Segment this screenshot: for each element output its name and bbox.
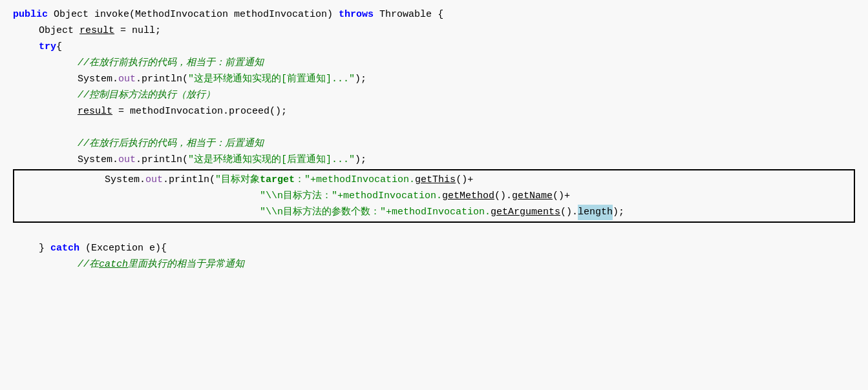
code-line-13: } catch (Exception e){ [0, 240, 868, 256]
text-dot1: (). [494, 189, 512, 204]
keyword-try: try [39, 39, 56, 55]
text-object-invoke: Object invoke(MethodInvocation methodInv… [48, 7, 339, 23]
text-println2: .println( [136, 152, 188, 168]
text-semicolon1: ); [355, 72, 366, 87]
boxed-code-section: System. out .println( "目标对象 target ："+me… [13, 169, 855, 223]
text-close-brace: } [39, 241, 50, 256]
comment-after: //在放行后执行的代码，相当于：后置通知 [78, 136, 264, 152]
code-line-empty2 [0, 224, 868, 240]
text-result2: result [78, 104, 112, 119]
string-args-label: "\\n目标方法的参数个数："+methodInvocation. [260, 205, 491, 220]
keyword-public: public [13, 7, 48, 23]
string-target-label: "目标对象 [215, 172, 260, 188]
text-getthis-end: ()+ [456, 172, 473, 188]
text-getname-end: ()+ [553, 189, 570, 204]
code-line-empty1 [0, 119, 868, 136]
code-line-14: //在 catch 里面执行的相当于异常通知 [0, 256, 868, 272]
method-getname: getName [512, 189, 553, 204]
text-out3: out [145, 172, 163, 188]
text-result: result [79, 23, 114, 39]
code-line-3: try { [0, 39, 868, 55]
text-println3: .println( [163, 172, 215, 188]
boxed-line-3: "\\n目标方法的参数个数："+methodInvocation. getArg… [14, 204, 854, 220]
code-line-5: System. out .println( "这是环绕通知实现的[前置通知]..… [0, 71, 868, 87]
code-line-10: System. out .println( "这是环绕通知实现的[后置通知]..… [0, 152, 868, 168]
text-length-highlighted: length [578, 205, 613, 220]
text-system3: System. [105, 172, 145, 188]
text-null: = null; [114, 23, 161, 39]
text-brace-open: { [56, 39, 62, 55]
text-system2: System. [78, 152, 118, 168]
text-system: System. [78, 72, 118, 87]
text-catch-param: (Exception e){ [79, 241, 167, 256]
text-object: Object [39, 23, 79, 39]
comment-catch-post: 里面执行的相当于异常通知 [128, 257, 244, 272]
string-after-notice: "这是环绕通知实现的[后置通知]..." [188, 152, 355, 168]
boxed-line-1: System. out .println( "目标对象 target ："+me… [14, 172, 854, 188]
code-line-6: //控制目标方法的执行（放行） [0, 87, 868, 103]
text-out2: out [118, 152, 136, 168]
comment-before: //在放行前执行的代码，相当于：前置通知 [78, 56, 264, 71]
code-line-7: result = methodInvocation.proceed(); [0, 103, 868, 119]
text-println: .println( [136, 72, 188, 87]
method-getmethod: getMethod [442, 189, 494, 204]
text-proceed: = methodInvocation.proceed(); [112, 104, 287, 119]
string-method-label: "\\n目标方法："+methodInvocation. [260, 189, 442, 204]
text-final-semicolon: ); [613, 205, 624, 220]
text-throwable: Throwable { [374, 7, 443, 23]
text-out: out [118, 72, 136, 87]
string-target-word: target [260, 172, 295, 188]
comment-control: //控制目标方法的执行（放行） [78, 88, 215, 103]
text-semicolon2: ); [355, 152, 366, 168]
code-line-1: public Object invoke(MethodInvocation me… [0, 6, 868, 23]
code-line-2: Object result = null; [0, 23, 868, 39]
string-before-notice: "这是环绕通知实现的[前置通知]..." [188, 72, 355, 87]
method-getthis: getThis [415, 172, 456, 188]
comment-catch-word: catch [99, 257, 128, 272]
keyword-throws: throws [339, 7, 374, 23]
text-dot2: (). [560, 205, 578, 220]
code-line-9: //在放行后执行的代码，相当于：后置通知 [0, 136, 868, 152]
method-getarguments: getArguments [491, 205, 560, 220]
code-line-4: //在放行前执行的代码，相当于：前置通知 [0, 55, 868, 71]
boxed-line-2: "\\n目标方法："+methodInvocation. getMethod (… [14, 188, 854, 204]
code-editor: public Object invoke(MethodInvocation me… [0, 0, 868, 390]
comment-catch-pre: //在 [78, 257, 99, 272]
string-colon: ："+methodInvocation. [295, 172, 415, 188]
keyword-catch: catch [50, 241, 79, 256]
